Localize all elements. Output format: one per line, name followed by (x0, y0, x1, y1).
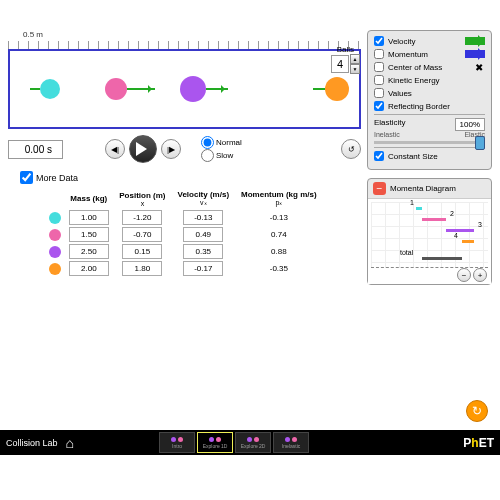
options-panel: Velocity Momentum Center of Mass✖ Kineti… (367, 30, 492, 170)
position-input[interactable]: 0.15 (122, 244, 162, 259)
ball-3[interactable] (180, 76, 206, 102)
step-forward-button[interactable]: |▶ (161, 139, 181, 159)
values-checkbox[interactable]: Values (374, 88, 485, 98)
col-velocity: Velocity (m/s)vₓ (171, 188, 235, 209)
velocity-input[interactable]: -0.17 (183, 261, 223, 276)
col-momentum: Momentum (kg m/s)pₓ (235, 188, 323, 209)
time-display: 0.00 s (8, 140, 63, 159)
table-row: 2.00 1.80 -0.17 -0.35 (46, 260, 322, 277)
ball-color-dot (49, 263, 61, 275)
ruler-label: 0.5 m (23, 30, 361, 39)
elasticity-label: Elasticity (374, 118, 406, 131)
velocity-arrow-1[interactable] (30, 88, 40, 90)
com-checkbox[interactable]: Center of Mass✖ (374, 62, 485, 72)
balls-increment[interactable]: ▲ (350, 54, 360, 64)
velocity-arrow-3[interactable] (206, 88, 228, 90)
velocity-input[interactable]: -0.13 (183, 210, 223, 225)
more-data-label: More Data (36, 173, 78, 183)
momentum-checkbox[interactable]: Momentum (374, 49, 485, 59)
tab-inelastic[interactable]: Inelastic (273, 432, 309, 453)
navigation-bar: Collision Lab ⌂ Intro Explore 1D Explore… (0, 430, 500, 455)
table-row: 1.50 -0.70 0.49 0.74 (46, 226, 322, 243)
ball-2[interactable] (105, 78, 127, 100)
phet-logo[interactable]: PhET (463, 436, 494, 450)
more-data-checkbox[interactable]: More Data (20, 171, 361, 184)
sim-title: Collision Lab (6, 438, 58, 448)
momentum-value: 0.74 (271, 230, 287, 239)
ball-4[interactable] (325, 77, 349, 101)
speed-slow-radio[interactable]: Slow (201, 149, 242, 162)
ball-color-dot (49, 229, 61, 241)
tab-intro[interactable]: Intro (159, 432, 195, 453)
ball-color-dot (49, 246, 61, 258)
balls-count: 4 (331, 55, 349, 73)
reflecting-checkbox[interactable]: Reflecting Border (374, 101, 485, 111)
position-input[interactable]: -1.20 (122, 210, 162, 225)
constant-size-checkbox[interactable]: Constant Size (374, 151, 485, 161)
mass-input[interactable]: 1.50 (69, 227, 109, 242)
momentum-value: 0.88 (271, 247, 287, 256)
tab-explore-2d[interactable]: Explore 2D (235, 432, 271, 453)
ruler-ticks (8, 41, 361, 49)
collapse-button[interactable]: − (373, 182, 386, 195)
balls-decrement[interactable]: ▼ (350, 64, 360, 74)
velocity-input[interactable]: 0.35 (183, 244, 223, 259)
balls-label: Balls (337, 45, 354, 54)
col-mass: Mass (kg) (64, 188, 113, 209)
speed-normal-label: Normal (216, 138, 242, 147)
home-icon[interactable]: ⌂ (66, 435, 74, 451)
reset-all-button[interactable]: ↻ (466, 400, 488, 422)
speed-normal-radio[interactable]: Normal (201, 136, 242, 149)
position-input[interactable]: 1.80 (122, 261, 162, 276)
velocity-arrow-4[interactable] (313, 88, 325, 90)
momenta-diagram-panel: − Momenta Diagram 1 2 3 4 total − + (367, 178, 492, 285)
table-row: 2.50 0.15 0.35 0.88 (46, 243, 322, 260)
momenta-diagram-title: Momenta Diagram (390, 184, 456, 193)
collision-arena[interactable] (8, 49, 361, 129)
momenta-diagram: 1 2 3 4 total − + (368, 199, 491, 284)
mass-input[interactable]: 1.00 (69, 210, 109, 225)
arrow-icon (465, 37, 485, 45)
position-input[interactable]: -0.70 (122, 227, 162, 242)
zoom-out-button[interactable]: − (457, 268, 471, 282)
step-back-button[interactable]: ◀| (105, 139, 125, 159)
zoom-in-button[interactable]: + (473, 268, 487, 282)
ke-checkbox[interactable]: Kinetic Energy (374, 75, 485, 85)
x-icon: ✖ (475, 62, 485, 72)
ball-color-dot (49, 212, 61, 224)
mass-input[interactable]: 2.50 (69, 244, 109, 259)
restart-button[interactable]: ↺ (341, 139, 361, 159)
table-row: 1.00 -1.20 -0.13 -0.13 (46, 209, 322, 226)
momentum-value: -0.13 (270, 213, 288, 222)
col-position: Position (m)x (113, 188, 171, 209)
ball-1[interactable] (40, 79, 60, 99)
tab-explore-1d[interactable]: Explore 1D (197, 432, 233, 453)
velocity-input[interactable]: 0.49 (183, 227, 223, 242)
data-table: Mass (kg) Position (m)x Velocity (m/s)vₓ… (46, 188, 322, 277)
velocity-checkbox[interactable]: Velocity (374, 36, 485, 46)
elasticity-value: 100% (455, 118, 485, 131)
arrow-icon (465, 50, 485, 58)
mass-input[interactable]: 2.00 (69, 261, 109, 276)
speed-slow-label: Slow (216, 151, 233, 160)
elasticity-slider[interactable] (374, 141, 485, 144)
play-button[interactable] (129, 135, 157, 163)
momentum-value: -0.35 (270, 264, 288, 273)
slider-thumb[interactable] (475, 136, 485, 150)
velocity-arrow-2[interactable] (127, 88, 155, 90)
